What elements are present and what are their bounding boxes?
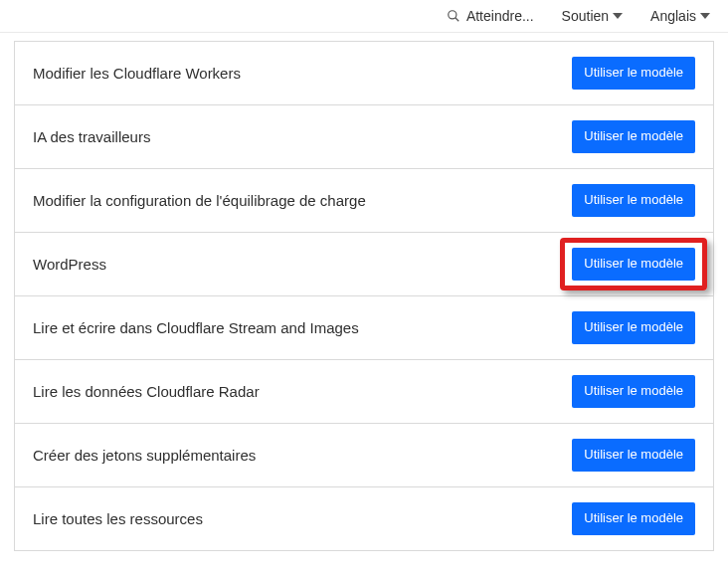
use-template-button[interactable]: Utiliser le modèle [572,439,695,472]
row-label: Lire toutes les ressources [33,510,203,527]
svg-point-0 [449,11,456,19]
row-label: WordPress [33,256,106,273]
language-dropdown[interactable]: Anglais [650,8,710,24]
use-template-button[interactable]: Utiliser le modèle [572,375,695,408]
support-label: Soutien [562,8,609,24]
table-row: WordPressUtiliser le modèle [15,233,713,296]
table-row: Lire toutes les ressourcesUtiliser le mo… [15,487,713,551]
support-dropdown[interactable]: Soutien [562,8,623,24]
row-label: Modifier la configuration de l'équilibra… [33,192,366,209]
use-template-button[interactable]: Utiliser le modèle [572,120,695,153]
svg-line-1 [455,18,459,22]
use-template-button[interactable]: Utiliser le modèle [572,311,695,344]
use-template-button[interactable]: Utiliser le modèle [572,184,695,217]
template-list: Modifier les Cloudflare WorkersUtiliser … [14,41,714,551]
row-label: Lire et écrire dans Cloudflare Stream an… [33,319,359,336]
table-row: IA des travailleursUtiliser le modèle [15,105,713,169]
use-template-button[interactable]: Utiliser le modèle [572,502,695,535]
use-template-button[interactable]: Utiliser le modèle [572,57,695,90]
row-label: IA des travailleurs [33,128,150,145]
row-label: Lire les données Cloudflare Radar [33,383,260,400]
use-template-button[interactable]: Utiliser le modèle [572,248,695,281]
search-button[interactable]: Atteindre... [447,8,534,24]
row-label: Modifier les Cloudflare Workers [33,65,241,82]
search-label: Atteindre... [466,8,534,24]
search-icon [447,9,460,23]
chevron-down-icon [700,13,710,19]
language-label: Anglais [650,8,696,24]
row-label: Créer des jetons supplémentaires [33,447,256,464]
table-row: Lire les données Cloudflare RadarUtilise… [15,360,713,424]
chevron-down-icon [613,13,623,19]
top-bar: Atteindre... Soutien Anglais [0,0,728,33]
table-row: Modifier les Cloudflare WorkersUtiliser … [15,42,713,105]
table-row: Créer des jetons supplémentairesUtiliser… [15,424,713,487]
table-row: Lire et écrire dans Cloudflare Stream an… [15,296,713,360]
table-row: Modifier la configuration de l'équilibra… [15,169,713,233]
